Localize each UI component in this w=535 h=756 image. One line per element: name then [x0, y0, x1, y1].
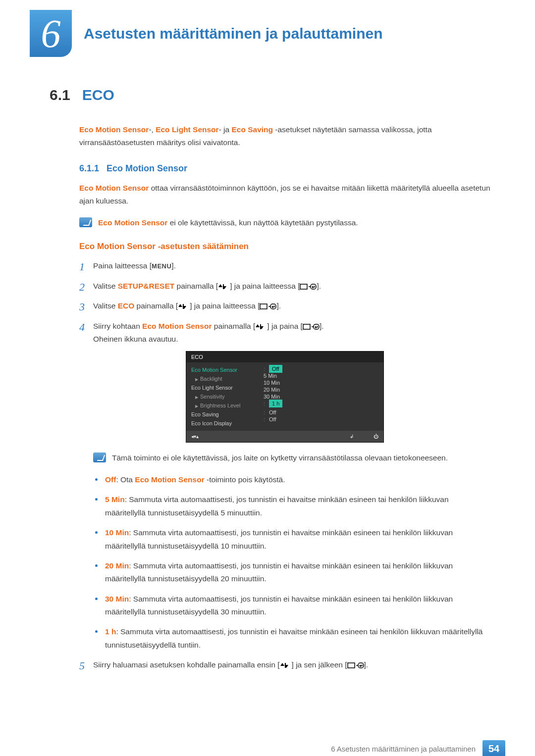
osd-item-sensitivity: Sensitivity: [186, 392, 261, 401]
osd-window: ECO Eco Motion Sensor Backlight Eco Ligh…: [186, 351, 384, 443]
down-up-icon: [218, 283, 230, 290]
osd-opt-5min: 5 Min: [261, 372, 383, 379]
svg-rect-9: [285, 663, 286, 668]
svg-rect-11: [358, 663, 364, 668]
rect-enter-icon: [303, 323, 320, 330]
subsection-title: Eco Motion Sensor: [107, 163, 187, 173]
content-body: 6.1 ECO Eco Motion Sensor-, Eco Light Se…: [50, 87, 490, 674]
osd-item-eco-motion: Eco Motion Sensor: [186, 365, 261, 374]
step-4: 4 Siirry kohtaan Eco Motion Sensor paina…: [79, 320, 490, 346]
svg-rect-6: [260, 324, 261, 329]
svg-rect-10: [348, 663, 355, 668]
option-10min: 10 Min: Sammuta virta automaattisesti, j…: [93, 526, 490, 553]
osd-footer: ◂ ▾ ▴ ↲ ⏻: [186, 431, 383, 442]
svg-rect-4: [260, 304, 267, 309]
osd-opt-off: Off: [269, 365, 282, 373]
footer-text: 6 Asetusten määrittäminen ja palauttamin…: [331, 745, 476, 753]
note-box: Tämä toiminto ei ole käytettävissä, jos …: [93, 452, 490, 464]
intro-paragraph: Eco Motion Sensor-, Eco Light Sensor- ja…: [79, 123, 490, 150]
note-box: Eco Motion Sensor ei ole käytettävissä, …: [79, 216, 490, 229]
osd-val-off: Off: [269, 409, 276, 415]
svg-rect-1: [300, 284, 307, 289]
page-number: 54: [482, 740, 505, 756]
subsection-heading: 6.1.1 Eco Motion Sensor: [79, 163, 490, 174]
note-icon: [93, 453, 106, 462]
svg-rect-2: [311, 284, 316, 289]
svg-rect-8: [314, 324, 319, 329]
osd-value-list: :Off 5 Min 10 Min 20 Min 30 Min :1 h :Of…: [261, 362, 383, 431]
step-1: 1 Paina laitteessa [MENU].: [79, 259, 490, 275]
note-text: Tämä toiminto ei ole käytettävissä, jos …: [112, 452, 448, 464]
subsection-number: 6.1.1: [79, 163, 99, 173]
chapter-number-tab: 6: [30, 10, 72, 57]
option-list: Off: Ota Eco Motion Sensor -toiminto poi…: [93, 473, 490, 652]
osd-menu-list: Eco Motion Sensor Backlight Eco Light Se…: [186, 362, 261, 431]
step-number: 4: [79, 320, 93, 346]
note-text: Eco Motion Sensor ei ole käytettävissä, …: [98, 216, 358, 229]
chapter-header: 6 Asetusten määrittäminen ja palauttamin…: [30, 10, 535, 57]
osd-item-backlight: Backlight: [186, 374, 261, 383]
steps-list-cont: 5 Siirry haluamasi asetuksen kohdalle pa…: [79, 658, 490, 674]
step-number: 3: [79, 300, 93, 315]
down-up-icon: [255, 323, 267, 330]
step-2: 2 Valitse SETUP&RESET painamalla [] ja p…: [79, 280, 490, 295]
osd-item-eco-light: Eco Light Sensor: [186, 383, 261, 392]
osd-item-brightness: Brightness Level: [186, 401, 261, 410]
note-icon: [79, 217, 92, 227]
step-number: 2: [79, 280, 93, 295]
svg-rect-5: [270, 304, 276, 309]
step-number: 1: [79, 259, 93, 275]
menu-key: MENU: [152, 262, 171, 270]
step-number: 5: [79, 658, 93, 674]
enter-icon: ↲: [350, 434, 354, 439]
procedure-heading: Eco Motion Sensor -asetusten säätäminen: [79, 242, 490, 252]
down-up-icon: [280, 662, 292, 669]
section-number: 6.1: [50, 87, 70, 103]
option-off: Off: Ota Eco Motion Sensor -toiminto poi…: [93, 473, 490, 486]
svg-rect-3: [183, 304, 184, 309]
svg-rect-0: [223, 284, 224, 289]
osd-val-off: Off: [269, 416, 276, 422]
term-eco-motion: Eco Motion Sensor: [79, 184, 149, 192]
osd-item-eco-icon: Eco Icon Display: [186, 419, 261, 428]
option-5min: 5 Min: Sammuta virta automaattisesti, jo…: [93, 493, 490, 519]
osd-opt-10min: 10 Min: [261, 379, 383, 386]
term-eco-light: Eco Light Sensor: [156, 125, 218, 134]
step-3: 3 Valitse ECO painamalla [] ja paina lai…: [79, 300, 490, 315]
osd-item-eco-saving: Eco Saving: [186, 410, 261, 419]
rect-enter-icon: [260, 303, 276, 310]
option-1h: 1 h: Sammuta virta automaattisesti, jos …: [93, 625, 490, 652]
rect-enter-icon: [347, 662, 364, 669]
chapter-number: 6: [41, 14, 61, 53]
steps-list: 1 Paina laitteessa [MENU]. 2 Valitse SET…: [79, 259, 490, 346]
step-5: 5 Siirry haluamasi asetuksen kohdalle pa…: [79, 658, 490, 674]
option-30min: 30 Min: Sammuta virta automaattisesti, j…: [93, 593, 490, 619]
term-eco-saving: Eco Saving: [231, 125, 273, 134]
osd-opt-30min: 30 Min: [261, 393, 383, 400]
power-icon: ⏻: [374, 434, 378, 439]
down-up-icon: [178, 303, 190, 310]
chapter-title: Asetusten määrittäminen ja palauttaminen: [84, 25, 383, 42]
section-heading: 6.1 ECO: [50, 87, 490, 103]
rect-enter-icon: [300, 283, 317, 290]
osd-title: ECO: [186, 352, 383, 362]
page-footer: 6 Asetusten määrittäminen ja palauttamin…: [331, 740, 505, 756]
option-20min: 20 Min: Sammuta virta automaattisesti, j…: [93, 559, 490, 586]
osd-opt-20min: 20 Min: [261, 386, 383, 393]
svg-rect-7: [303, 324, 310, 329]
section-title: ECO: [82, 87, 114, 103]
section-body: Eco Motion Sensor-, Eco Light Sensor- ja…: [79, 123, 490, 674]
manual-page: 6 Asetusten määrittäminen ja palauttamin…: [0, 10, 535, 756]
subsection-paragraph: Eco Motion Sensor ottaa virransäästötoim…: [79, 182, 490, 208]
term-eco-motion: Eco Motion Sensor: [79, 125, 149, 134]
osd-opt-1h: 1 h: [269, 400, 282, 407]
